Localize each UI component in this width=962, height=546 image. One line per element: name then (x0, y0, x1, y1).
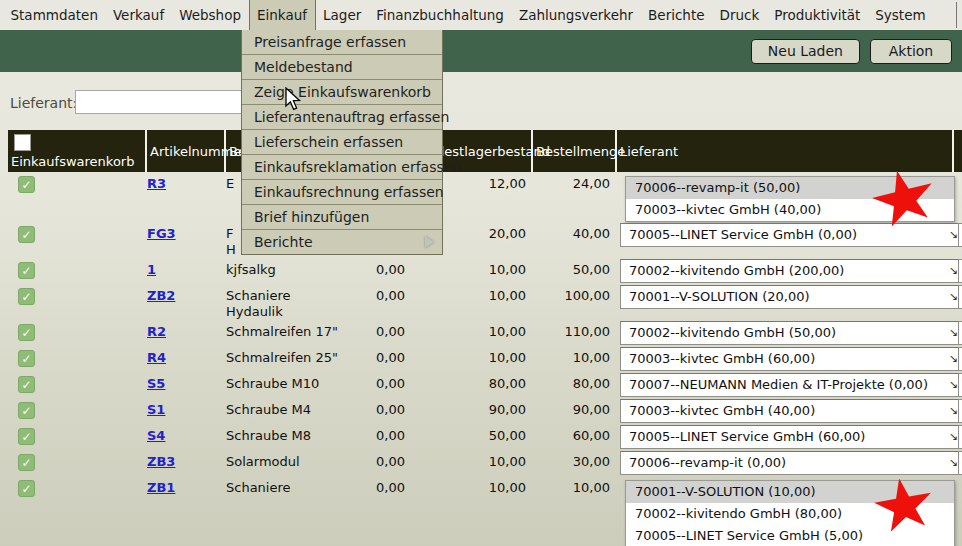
description-cell: Solarmodul (226, 454, 358, 470)
table-header: Einkaufswarenkorb Artikelnummer Beschrei… (8, 130, 962, 172)
menubar-item-zahlungsverkehr[interactable]: Zahlungsverkehr (511, 0, 640, 30)
description-cell: Schraube M10 (226, 376, 358, 392)
menubar-item-finanzbuchhaltung[interactable]: Finanzbuchhaltung (369, 0, 512, 30)
row-checkbox[interactable]: ✓ (18, 376, 35, 393)
lager-value: 0,00 (360, 324, 405, 339)
supplier-select[interactable]: 70001--V-SOLUTION (20,00)↘ (620, 285, 962, 309)
article-number-link[interactable]: FG3 (147, 226, 176, 241)
action-bar: Neu Laden Aktion (0, 30, 962, 72)
cutoff-field (958, 285, 962, 309)
supplier-select[interactable]: 70003--kivtec GmbH (40,00)↘ (620, 399, 962, 423)
description-cell: kjfsalkg (226, 262, 358, 278)
menu-item-5[interactable]: Einkaufsreklamation erfassen (242, 155, 442, 180)
article-number-link[interactable]: R2 (147, 324, 166, 339)
table-row: ✓ZB1Schaniere0,0010,0010,0070001--V-SOLU… (0, 476, 962, 546)
menu-item-label: Berichte (254, 234, 313, 250)
bestell-value: 24,00 (533, 176, 610, 191)
table-row: ✓S5Schraube M100,0080,0080,0070007--NEUM… (0, 372, 962, 398)
row-checkbox[interactable]: ✓ (18, 480, 35, 497)
article-number-link[interactable]: 1 (147, 262, 156, 277)
menu-item-1[interactable]: Meldebestand (242, 55, 442, 80)
menu-item-2[interactable]: Zeige Einkaufswarenkorb (242, 80, 442, 105)
bestell-value: 100,00 (533, 288, 610, 303)
bestell-value: 30,00 (533, 454, 610, 469)
menu-item-label: Einkaufsreklamation erfassen (254, 159, 461, 175)
supplier-select[interactable]: 70005--LINET Service GmbH (0,00)↘ (620, 223, 962, 247)
menu-item-6[interactable]: Einkaufsrechnung erfassen (242, 180, 442, 205)
cutoff-field (958, 451, 962, 475)
lager-value: 0,00 (360, 480, 405, 495)
article-number-link[interactable]: R3 (147, 176, 166, 191)
mindest-value: 10,00 (412, 262, 526, 277)
supplier-select-value: 70007--NEUMANN Medien & IT-Projekte (0,0… (629, 377, 928, 392)
row-checkbox[interactable]: ✓ (18, 454, 35, 471)
menubar-item-druck[interactable]: Druck (712, 0, 767, 30)
table-row: ✓ZB2SchaniereHydaulik0,0010,00100,007000… (0, 284, 962, 320)
description-cell: Schraube M4 (226, 402, 358, 418)
bestell-value: 10,00 (533, 350, 610, 365)
supplier-select-value: 70002--kivitendo GmbH (200,00) (629, 263, 844, 278)
menubar-item-system[interactable]: System (868, 0, 933, 30)
article-number-link[interactable]: ZB2 (147, 288, 175, 303)
table-row: ✓S1Schraube M40,0090,0090,0070003--kivte… (0, 398, 962, 424)
article-number-link[interactable]: S1 (147, 402, 165, 417)
lager-value: 0,00 (360, 262, 405, 277)
table-row: ✓FG3FH20,0040,0070005--LINET Service Gmb… (0, 222, 962, 258)
cutoff-field (958, 223, 962, 247)
row-checkbox[interactable]: ✓ (18, 428, 35, 445)
bestell-value: 50,00 (533, 262, 610, 277)
article-number-link[interactable]: S4 (147, 428, 165, 443)
menubar-item-produktivität[interactable]: Produktivität (767, 0, 868, 30)
select-dropdown-arrow-icon: ↘ (949, 322, 958, 344)
supplier-select[interactable]: 70006--revamp-it (0,00)↘ (620, 451, 962, 475)
row-checkbox[interactable]: ✓ (18, 402, 35, 419)
supplier-option[interactable]: 70005--LINET Service GmbH (5,00) (626, 525, 954, 546)
supplier-select[interactable]: 70005--LINET Service GmbH (60,00)↘ (620, 425, 962, 449)
description-cell: Schaniere (226, 480, 358, 496)
action-button[interactable]: Aktion (870, 39, 952, 64)
row-checkbox[interactable]: ✓ (18, 226, 35, 243)
menu-item-label: Meldebestand (254, 59, 353, 75)
select-dropdown-arrow-icon: ↘ (949, 348, 958, 370)
supplier-select-value: 70006--revamp-it (0,00) (629, 455, 786, 470)
row-checkbox[interactable]: ✓ (18, 324, 35, 341)
supplier-select[interactable]: 70002--kivitendo GmbH (50,00)↘ (620, 321, 962, 345)
mindest-value: 10,00 (412, 480, 526, 495)
supplier-select[interactable]: 70007--NEUMANN Medien & IT-Projekte (0,0… (620, 373, 962, 397)
menubar-item-webshop[interactable]: Webshop (172, 0, 249, 30)
article-number-link[interactable]: R4 (147, 350, 166, 365)
article-number-link[interactable]: S5 (147, 376, 165, 391)
menu-item-0[interactable]: Preisanfrage erfassen (242, 30, 442, 55)
menu-item-label: Preisanfrage erfassen (254, 34, 406, 50)
bestell-value: 90,00 (533, 402, 610, 417)
table-row: ✓R4Schmalreifen 25"0,0010,0010,0070003--… (0, 346, 962, 372)
row-checkbox[interactable]: ✓ (18, 288, 35, 305)
select-dropdown-arrow-icon: ↘ (949, 260, 958, 282)
table-row: ✓R2Schmalreifen 17"0,0010,00110,0070002-… (0, 320, 962, 346)
row-checkbox[interactable]: ✓ (18, 176, 35, 193)
einkauf-dropdown-menu: Preisanfrage erfassenMeldebestandZeige E… (241, 30, 443, 255)
menubar-item-einkauf[interactable]: Einkauf (249, 0, 316, 30)
menu-item-4[interactable]: Lieferschein erfassen (242, 130, 442, 155)
description-cell: Schmalreifen 17" (226, 324, 358, 340)
bestell-value: 80,00 (533, 376, 610, 391)
description-cell: Schmalreifen 25" (226, 350, 358, 366)
menubar-item-stammdaten[interactable]: Stammdaten (3, 0, 105, 30)
article-number-link[interactable]: ZB1 (147, 480, 175, 495)
article-number-link[interactable]: ZB3 (147, 454, 175, 469)
select-all-checkbox[interactable] (14, 134, 31, 151)
select-dropdown-arrow-icon: ↘ (949, 374, 958, 396)
supplier-select[interactable]: 70002--kivitendo GmbH (200,00)↘ (620, 259, 962, 283)
reload-button[interactable]: Neu Laden (751, 39, 860, 64)
header-artikelnummer: Artikelnummer (147, 130, 226, 172)
row-checkbox[interactable]: ✓ (18, 350, 35, 367)
select-dropdown-arrow-icon: ↘ (949, 426, 958, 448)
row-checkbox[interactable]: ✓ (18, 262, 35, 279)
menubar-item-lager[interactable]: Lager (316, 0, 369, 30)
menu-item-7[interactable]: Brief hinzufügen (242, 205, 442, 230)
menubar-item-berichte[interactable]: Berichte (641, 0, 712, 30)
menu-item-3[interactable]: Lieferantenauftrag erfassen (242, 105, 442, 130)
menubar-item-verkauf[interactable]: Verkauf (105, 0, 171, 30)
menu-item-8[interactable]: Berichte (242, 230, 442, 254)
supplier-select[interactable]: 70003--kivtec GmbH (60,00)↘ (620, 347, 962, 371)
